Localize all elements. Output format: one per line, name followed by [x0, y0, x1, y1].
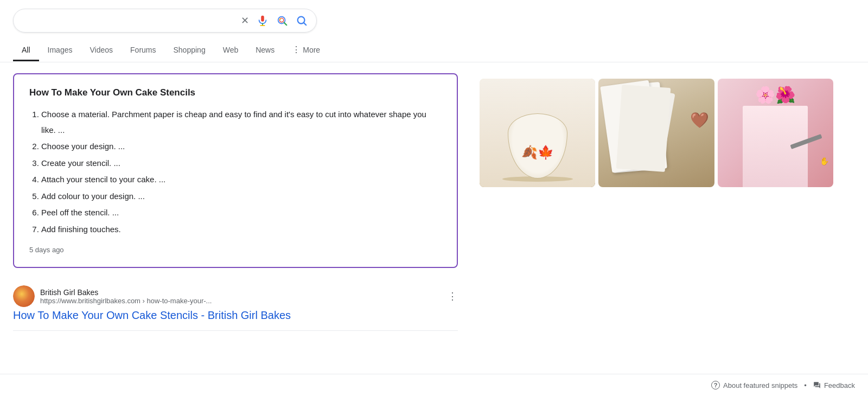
cake-image-2[interactable]: 🤎: [598, 79, 714, 187]
mic-icon: [257, 15, 269, 27]
tab-forums[interactable]: Forums: [122, 40, 164, 61]
tab-all[interactable]: All: [13, 40, 39, 61]
tab-web[interactable]: Web: [214, 40, 247, 61]
cake-image-3[interactable]: 🌸🌺 ✋: [718, 79, 833, 187]
snippet-steps-list: Choose a material. Parchment paper is ch…: [29, 107, 442, 237]
svg-rect-0: [261, 16, 264, 22]
list-item: Choose a material. Parchment paper is ch…: [41, 107, 442, 138]
nav-tabs: All Images Videos Forums Shopping Web Ne…: [0, 35, 868, 62]
svg-point-6: [279, 18, 281, 20]
featured-snippet: How To Make Your Own Cake Stencils Choos…: [13, 73, 458, 268]
source-row: British Girl Bakes https://www.britishgi…: [13, 279, 458, 309]
search-bar: how to make a stencil for cake decoratin…: [13, 9, 317, 33]
close-icon: ✕: [241, 15, 249, 27]
snippet-date: 5 days ago: [29, 246, 442, 254]
result-title-link[interactable]: How To Make Your Own Cake Stencils - Bri…: [13, 309, 291, 321]
source-info: British Girl Bakes https://www.britishgi…: [40, 288, 442, 305]
list-item: Choose your design. ...: [41, 139, 442, 155]
source-url: https://www.britishgirlbakes.com › how-t…: [40, 297, 442, 305]
svg-line-8: [304, 23, 306, 25]
avatar: [13, 285, 35, 307]
search-icon-group: ✕: [241, 15, 308, 27]
lens-button[interactable]: [276, 15, 288, 27]
tab-shopping[interactable]: Shopping: [165, 40, 214, 61]
snippet-title: How To Make Your Own Cake Stencils: [29, 87, 442, 98]
list-item: Peel off the stencil. ...: [41, 205, 442, 221]
lens-icon: [276, 15, 288, 27]
svg-line-5: [284, 23, 287, 25]
cake-image-1[interactable]: 🍂🍁: [480, 79, 595, 187]
more-dots-icon: ⋮: [292, 44, 301, 55]
list-item: Attach your stencil to your cake. ...: [41, 172, 442, 188]
list-item: Add finishing touches.: [41, 222, 442, 238]
search-button[interactable]: [296, 15, 308, 27]
header: how to make a stencil for cake decoratin…: [0, 0, 868, 33]
source-menu-button[interactable]: ⋮: [448, 290, 458, 302]
clear-button[interactable]: ✕: [241, 15, 249, 27]
vertical-dots-icon: ⋮: [448, 290, 458, 302]
avatar-image: [13, 285, 35, 307]
mic-button[interactable]: [257, 15, 269, 27]
tab-videos[interactable]: Videos: [81, 40, 122, 61]
search-input[interactable]: how to make a stencil for cake decoratin…: [22, 16, 234, 25]
left-column: How To Make Your Own Cake Stencils Choos…: [13, 73, 458, 331]
search-icon: [296, 15, 308, 27]
list-item: Create your stencil. ...: [41, 156, 442, 171]
divider: [13, 330, 458, 331]
main-content: How To Make Your Own Cake Stencils Choos…: [0, 62, 846, 331]
tab-news[interactable]: News: [247, 40, 283, 61]
list-item: Add colour to your design. ...: [41, 189, 442, 205]
tab-more[interactable]: ⋮ More: [283, 39, 329, 62]
right-column: 🍂🍁 🤎 🌸🌺 ✋: [480, 73, 833, 331]
source-name: British Girl Bakes: [40, 288, 442, 297]
tab-images[interactable]: Images: [39, 40, 81, 61]
images-grid: 🍂🍁 🤎 🌸🌺 ✋: [480, 79, 833, 187]
